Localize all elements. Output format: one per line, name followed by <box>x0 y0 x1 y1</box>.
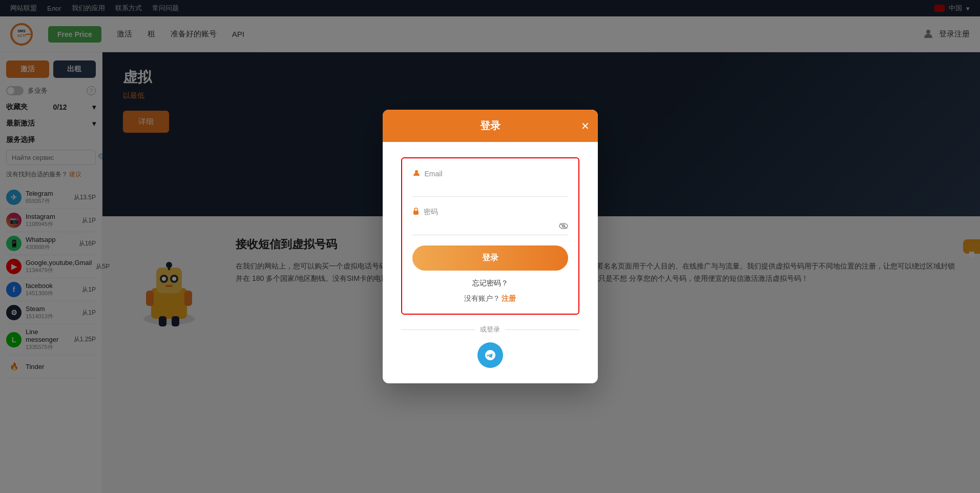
eye-toggle-icon[interactable] <box>559 222 568 231</box>
svg-rect-21 <box>413 211 419 215</box>
email-input-group: Email <box>412 169 568 197</box>
modal-body: Email 密码 <box>383 142 598 383</box>
login-modal: 登录 ✕ Email <box>383 110 598 383</box>
password-label: 密码 <box>412 207 568 217</box>
email-field[interactable] <box>412 181 568 197</box>
password-label-text: 密码 <box>424 208 438 217</box>
forgot-password-link[interactable]: 忘记密码？ <box>472 279 508 287</box>
or-login-divider: 或登录 <box>401 325 579 334</box>
modal-title: 登录 <box>480 120 501 131</box>
password-field[interactable] <box>412 220 568 235</box>
lock-icon <box>412 207 420 217</box>
password-input-group: 密码 <box>412 207 568 235</box>
or-login-text: 或登录 <box>480 325 500 334</box>
register-link[interactable]: 注册 <box>502 294 516 302</box>
modal-header: 登录 ✕ <box>383 110 598 142</box>
telegram-login-button[interactable] <box>477 342 503 368</box>
login-button[interactable]: 登录 <box>412 245 568 271</box>
email-icon <box>412 169 421 178</box>
modal-form-section: Email 密码 <box>401 157 579 315</box>
social-login-area <box>401 342 579 368</box>
or-line-left <box>401 330 475 330</box>
register-line: 没有账户？ 注册 <box>412 294 568 303</box>
modal-close-button[interactable]: ✕ <box>581 121 590 131</box>
email-label: Email <box>412 169 568 178</box>
modal-overlay[interactable]: 登录 ✕ Email <box>0 0 980 493</box>
email-label-text: Email <box>425 170 443 178</box>
forgot-password-line: 忘记密码？ <box>412 279 568 288</box>
or-line-right <box>505 330 579 330</box>
no-account-text: 没有账户？ <box>464 294 500 302</box>
